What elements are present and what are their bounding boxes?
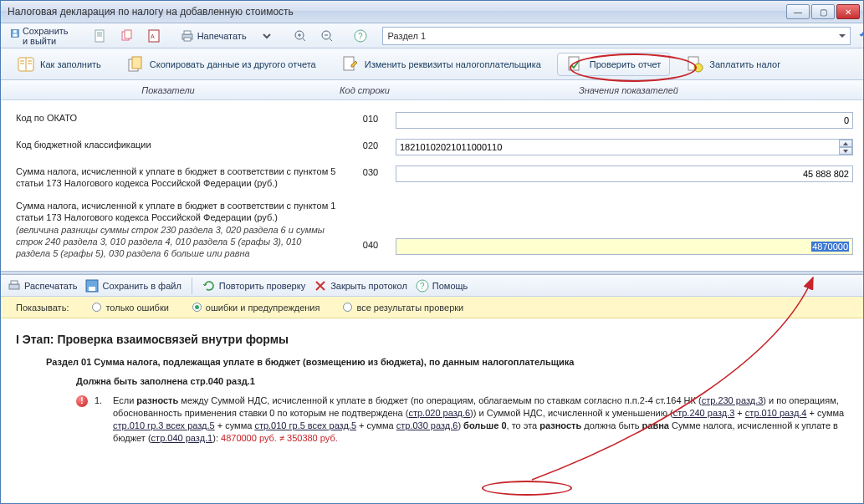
print-dropdown[interactable]	[255, 27, 279, 45]
label: Сумма налога, исчисленной к уплате в бюд…	[16, 165, 345, 190]
command-bar: Как заполнить Скопировать данные из друг…	[1, 48, 863, 80]
code: 020	[345, 139, 396, 150]
proto-repeat-button[interactable]: Повторить проверку	[202, 279, 305, 293]
label: Код по ОКАТО	[16, 112, 345, 124]
book-icon	[17, 55, 35, 74]
print-button[interactable]: Напечатать	[176, 27, 252, 45]
form-area: Код по ОКАТО 010 Код бюджетной классифик…	[1, 100, 863, 271]
sum040-input[interactable]: 4870000	[396, 238, 853, 255]
code: 010	[345, 112, 396, 124]
maximize-button[interactable]: ▢	[811, 4, 835, 19]
spin-up[interactable]	[839, 140, 852, 147]
kbk-input[interactable]	[396, 139, 853, 155]
subsection-title: Должна быть заполнена стр.040 разд.1	[76, 375, 848, 388]
code: 040	[345, 200, 396, 250]
change-requisites-button[interactable]: Изменить реквизиты налогоплательщика	[332, 53, 550, 76]
opt3-label: все результаты проверки	[356, 303, 463, 313]
proto-close-button[interactable]: Закрыть протокол	[314, 279, 407, 293]
filter-bar: Показывать: только ошибки ошибки и преду…	[1, 297, 863, 318]
close-button[interactable]: ✕	[836, 4, 860, 19]
svg-text:A: A	[151, 33, 155, 39]
printer-icon	[8, 279, 21, 293]
svg-rect-18	[344, 57, 354, 70]
link-str030r6[interactable]: стр.030 разд.6	[396, 420, 458, 430]
filter-all[interactable]: все результаты проверки	[343, 303, 463, 313]
link-str010g3[interactable]: стр.010 гр.3 всех разд.5	[113, 420, 215, 430]
spinner[interactable]	[839, 140, 852, 155]
opt1-label: только ошибки	[105, 303, 168, 313]
results-pane: I Этап: Проверка взаимосвязей внутри фор…	[1, 318, 863, 503]
close-icon	[314, 279, 327, 293]
proto-print-button[interactable]: Распечатать	[8, 279, 77, 293]
row-040: Сумма налога, исчисленной к уплате в бюд…	[16, 195, 853, 265]
sheet-icon	[94, 29, 107, 43]
link-str010g5[interactable]: стр.010 гр.5 всех разд.5	[254, 420, 356, 430]
separator	[192, 277, 192, 294]
link-str020r6[interactable]: стр.020 разд.6	[408, 408, 470, 418]
disk-icon	[85, 279, 99, 293]
filter-errors-only[interactable]: только ошибки	[92, 303, 168, 313]
titlebar: Налоговая декларация по налогу на добавл…	[1, 1, 863, 23]
copy-data-button[interactable]: Скопировать данные из другого отчета	[117, 53, 325, 76]
proto-close-label: Закрыть протокол	[330, 281, 407, 291]
opt2-label: ошибки и предупреждения	[206, 303, 320, 313]
link-str040r1[interactable]: стр.040 разд.1	[151, 433, 213, 443]
help-icon: ?	[416, 279, 429, 293]
sum030-input[interactable]	[396, 165, 853, 182]
filter-errors-warnings[interactable]: ошибки и предупреждения	[192, 303, 320, 313]
repeat-icon	[202, 279, 216, 293]
tool-icon-1[interactable]	[89, 27, 112, 45]
okato-input[interactable]	[396, 112, 853, 129]
save-and-exit-button[interactable]: Сохранить и выйти	[6, 27, 79, 45]
save-exit-icon	[11, 29, 19, 43]
proto-repeat-label: Повторить проверку	[219, 281, 305, 291]
proto-print-label: Распечатать	[24, 281, 77, 291]
zoom-in-button[interactable]	[289, 27, 312, 45]
svg-rect-1	[13, 33, 17, 36]
main-toolbar: Сохранить и выйти A Напечатать ? Раздел …	[1, 23, 863, 48]
tool-icon-2[interactable]	[115, 27, 139, 45]
printer-icon	[181, 29, 194, 43]
pay-label: Заплатить налог	[709, 59, 780, 69]
error-icon: !	[76, 395, 88, 407]
proto-save-label: Сохранить в файл	[102, 281, 181, 291]
copy-label: Скопировать данные из другого отчета	[150, 59, 316, 69]
proto-save-button[interactable]: Сохранить в файл	[85, 279, 181, 293]
row-okato: Код по ОКАТО 010	[16, 107, 853, 134]
help-button[interactable]: ?	[349, 27, 372, 45]
mismatch-text: 4870000 руб. ≠ 350380 руб.	[221, 433, 338, 443]
copy-icon	[120, 29, 134, 43]
pay-icon	[686, 55, 704, 74]
section-title: Раздел 01 Сумма налога, подлежащая уплат…	[46, 356, 848, 369]
check-label: Проверить отчет	[590, 59, 662, 69]
svg-rect-5	[125, 30, 131, 38]
proto-help-button[interactable]: ?Помощь	[416, 279, 468, 293]
col-code: Код строки	[335, 85, 394, 95]
label: Код бюджетной классификации	[16, 139, 345, 150]
label-main: Сумма налога, исчисленной к уплате в бюд…	[16, 201, 335, 222]
protocol-toolbar: Распечатать Сохранить в файл Повторить п…	[1, 275, 863, 297]
requisites-label: Изменить реквизиты налогоплательщика	[365, 59, 541, 69]
svg-rect-22	[9, 284, 19, 289]
pay-tax-button[interactable]: Заплатить налог	[677, 53, 790, 76]
minimize-button[interactable]: —	[786, 4, 810, 19]
copy-report-icon	[126, 55, 145, 74]
svg-text:?: ?	[358, 32, 363, 41]
section-combo[interactable]: Раздел 1	[382, 27, 851, 45]
column-headers: Показатели Код строки Значения показател…	[1, 80, 863, 100]
section-value: Раздел 1	[388, 31, 427, 41]
zoom-out-button[interactable]	[315, 27, 339, 45]
check-report-button[interactable]: Проверить отчет	[557, 53, 671, 76]
refresh-button[interactable]	[854, 27, 864, 45]
link-str010r4[interactable]: стр.010 разд.4	[745, 408, 807, 418]
svg-rect-25	[89, 287, 95, 291]
link-str230[interactable]: стр.230 разд.3	[702, 395, 764, 405]
edit-icon	[341, 55, 360, 74]
spin-down[interactable]	[839, 147, 852, 155]
col-indicators: Показатели	[1, 85, 335, 95]
tool-icon-pdf[interactable]: A	[142, 27, 166, 45]
svg-point-21	[694, 64, 703, 72]
link-str240[interactable]: стр.240 разд.3	[673, 408, 735, 418]
label: Сумма налога, исчисленной к уплате в бюд…	[16, 200, 345, 260]
how-to-fill-button[interactable]: Как заполнить	[8, 53, 110, 76]
